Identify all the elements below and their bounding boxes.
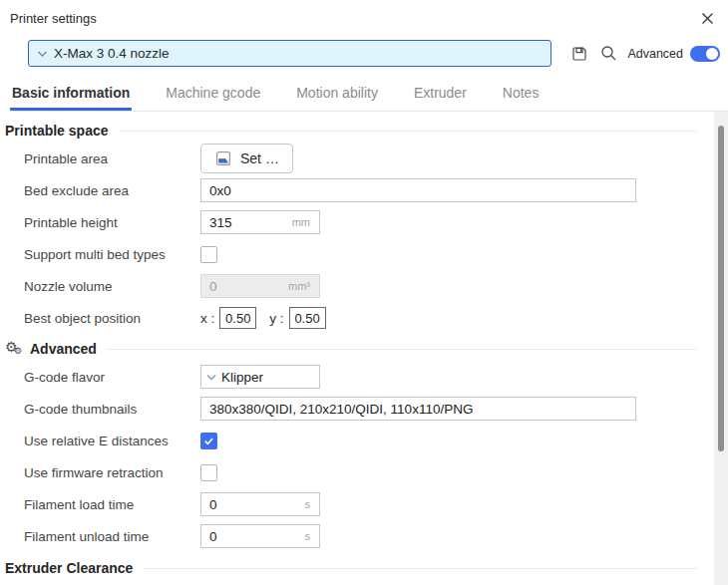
nozzle-volume-field: mm³ [200,274,320,298]
row-filament-load-time: Filament load time s [0,488,702,520]
nozzle-volume-unit: mm³ [288,280,319,292]
gcode-thumbnails-field [200,397,636,421]
search-icon[interactable] [598,43,619,65]
bed-exclude-area-label: Bed exclude area [0,183,200,198]
nozzle-volume-label: Nozzle volume [0,279,200,294]
tab-basic-information[interactable]: Basic information [10,83,132,111]
use-relative-e-distances-label: Use relative E distances [0,434,200,448]
filament-unload-time-unit: s [305,530,320,542]
filament-unload-time-label: Filament unload time [0,529,200,544]
printable-height-field: mm [200,210,320,234]
gcode-flavor-dropdown[interactable]: Klipper [200,365,320,389]
filament-load-time-label: Filament load time [0,497,200,512]
vertical-scrollbar-track[interactable] [714,112,728,585]
best-position-x-input[interactable] [219,307,256,329]
row-use-relative-e-distances: Use relative E distances [0,425,702,456]
row-support-multi-bed-types: Support multi bed types [0,238,702,270]
vertical-scrollbar-thumb[interactable] [718,126,724,451]
gcode-flavor-value: Klipper [221,370,263,385]
nozzle-volume-input [201,279,288,294]
row-nozzle-volume: Nozzle volume mm³ [0,270,702,302]
bed-exclude-area-input[interactable] [201,183,635,198]
settings-tabs: Basic information Machine gcode Motion a… [10,83,728,112]
best-position-x-label: x : [200,311,214,326]
row-printable-area: Printable area Set … [0,143,702,174]
best-object-position-label: Best object position [0,311,200,326]
printer-preset-value: X-Max 3 0.4 nozzle [54,46,170,61]
dialog-title: Printer settings [10,11,97,26]
filament-load-time-unit: s [305,498,320,510]
save-preset-icon[interactable] [569,43,590,65]
row-gcode-thumbnails: G-code thumbnails [0,393,702,425]
best-position-y-label: y : [269,311,283,326]
printable-area-set-button[interactable]: Set … [200,144,293,173]
settings-content: Printable space Printable area Set … Bed… [0,121,728,585]
bed-shape-icon [214,149,232,167]
row-gcode-flavor: G-code flavor Klipper [0,361,702,393]
section-title: Printable space [5,123,109,139]
gcode-thumbnails-label: G-code thumbnails [0,402,200,417]
tab-motion-ability[interactable]: Motion ability [294,83,380,111]
section-extruder-clearance: Extruder Clearance [5,558,697,578]
use-firmware-retraction-label: Use firmware retraction [0,465,200,480]
section-divider [107,349,697,350]
section-title: Extruder Clearance [5,560,133,576]
toggle-knob [706,48,718,60]
preset-bar: X-Max 3 0.4 nozzle Advanced [28,40,720,67]
chevron-down-icon [206,374,216,381]
row-best-object-position: Best object position x : y : [0,302,702,334]
printable-height-label: Printable height [0,215,200,230]
bed-exclude-area-field [200,178,636,202]
advanced-mode-label: Advanced [627,47,683,61]
support-multi-bed-types-checkbox[interactable] [200,246,217,263]
filament-load-time-field: s [200,492,320,516]
section-divider [143,568,697,569]
gears-icon: ⚙ ⚙ [5,339,26,359]
section-printable-space: Printable space [5,121,697,141]
support-multi-bed-types-label: Support multi bed types [0,247,200,262]
filament-load-time-input[interactable] [201,497,305,512]
printer-preset-combobox[interactable]: X-Max 3 0.4 nozzle [28,40,551,67]
tab-notes[interactable]: Notes [501,83,542,111]
section-title: Advanced [30,341,97,357]
printable-height-input[interactable] [201,215,292,230]
row-bed-exclude-area: Bed exclude area [0,174,702,206]
tab-machine-gcode[interactable]: Machine gcode [164,83,262,111]
dialog-titlebar: Printer settings [0,0,728,29]
row-filament-unload-time: Filament unload time s [0,520,702,552]
set-button-label: Set … [240,150,279,166]
section-advanced: ⚙ ⚙ Advanced [5,339,697,359]
gcode-flavor-label: G-code flavor [0,370,200,385]
printable-area-label: Printable area [0,151,200,166]
advanced-mode-toggle[interactable] [690,46,720,62]
section-divider [119,131,698,132]
filament-unload-time-field: s [200,524,320,548]
best-position-y-input[interactable] [289,307,326,329]
row-printable-height: Printable height mm [0,206,702,238]
row-use-firmware-retraction: Use firmware retraction [0,456,702,488]
gcode-thumbnails-input[interactable] [201,402,635,417]
use-firmware-retraction-checkbox[interactable] [200,464,217,481]
filament-unload-time-input[interactable] [201,529,305,544]
tab-extruder[interactable]: Extruder [412,83,469,111]
close-icon[interactable] [698,9,716,27]
printable-height-unit: mm [292,216,319,228]
chevron-down-icon [37,50,48,58]
use-relative-e-distances-checkbox[interactable] [200,433,217,449]
